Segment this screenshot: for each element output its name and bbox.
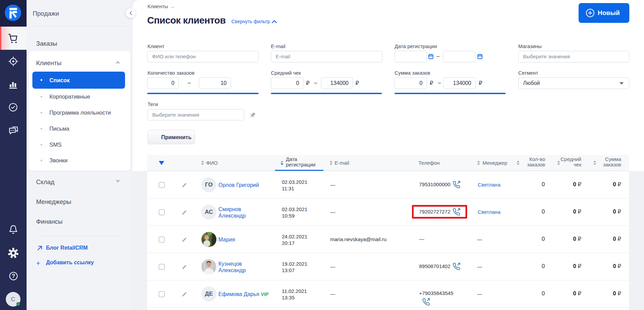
svg-text:?: ? [12,273,15,279]
